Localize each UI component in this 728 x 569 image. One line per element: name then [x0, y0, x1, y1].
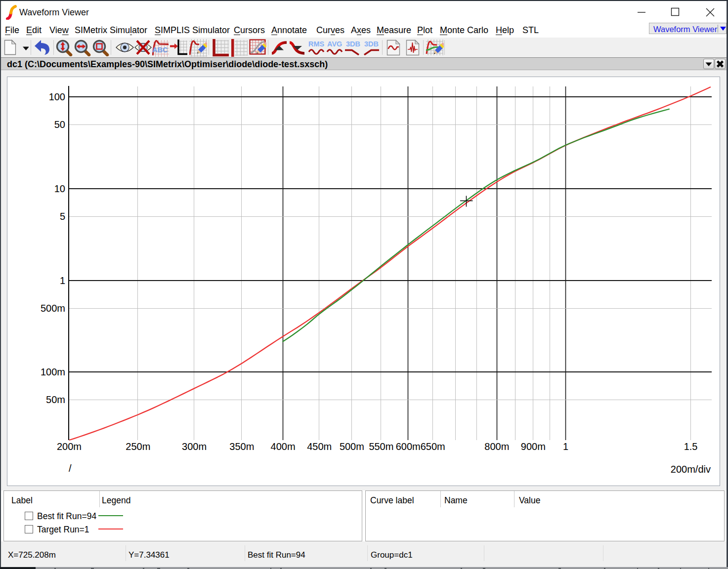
svg-text:RMS: RMS: [308, 41, 325, 48]
svg-text:100: 100: [49, 91, 65, 102]
svg-text:800m: 800m: [484, 441, 509, 452]
svg-text:600m: 600m: [396, 441, 421, 452]
svg-text:250m: 250m: [126, 441, 150, 452]
svg-text:500m: 500m: [41, 303, 65, 314]
svg-text:/: /: [69, 463, 72, 474]
svg-text:500m: 500m: [340, 441, 364, 452]
svg-text:ABC: ABC: [152, 46, 168, 54]
svg-text:1: 1: [563, 441, 568, 452]
svg-text:50: 50: [54, 119, 65, 130]
svg-text:AVG: AVG: [327, 41, 342, 48]
svg-text:200m: 200m: [57, 441, 82, 452]
svg-text:5: 5: [60, 211, 65, 222]
svg-text:300m: 300m: [182, 441, 207, 452]
svg-text:1.5: 1.5: [684, 441, 698, 452]
svg-text:100m: 100m: [41, 366, 65, 377]
svg-text:400m: 400m: [271, 441, 296, 452]
svg-text:3DB: 3DB: [346, 41, 360, 48]
svg-text:1: 1: [60, 275, 65, 286]
svg-text:450m: 450m: [307, 441, 332, 452]
svg-text:3DB: 3DB: [364, 41, 379, 48]
svg-text:50m: 50m: [46, 394, 65, 405]
svg-text:650m: 650m: [421, 441, 445, 452]
svg-text:350m: 350m: [229, 441, 254, 452]
svg-text:900m: 900m: [521, 441, 546, 452]
svg-text:200m/div: 200m/div: [671, 464, 711, 475]
svg-text:10: 10: [54, 183, 65, 194]
svg-text:550m: 550m: [369, 441, 393, 452]
